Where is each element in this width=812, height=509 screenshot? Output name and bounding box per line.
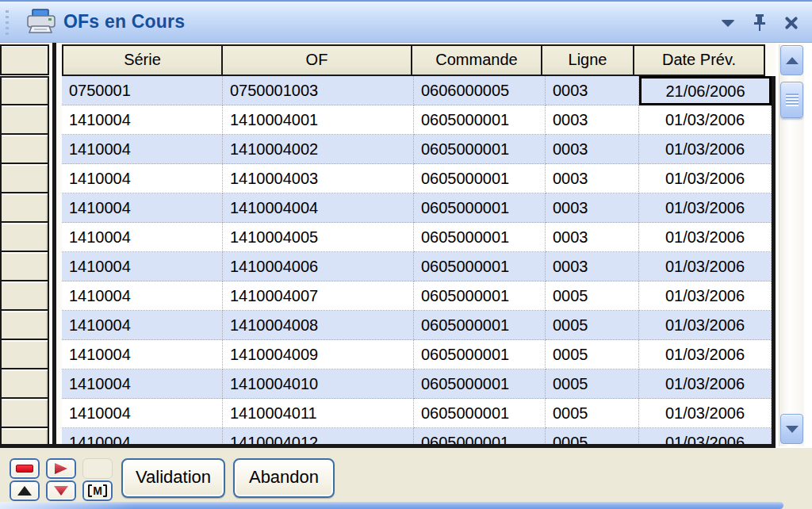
row-header[interactable] <box>0 252 49 281</box>
table-cell[interactable]: 0750001 <box>62 76 223 105</box>
table-cell[interactable]: 1410004 <box>62 252 223 281</box>
table-cell[interactable]: 1410004 <box>62 223 223 252</box>
grid-corner-cell[interactable] <box>0 44 49 75</box>
table-cell[interactable]: 0005 <box>546 340 639 369</box>
table-row[interactable]: 141000414100040060605000001000301/03/200… <box>62 252 772 281</box>
table-row[interactable]: 141000414100040080605000001000501/03/200… <box>62 311 772 340</box>
titlebar[interactable]: OFs en Cours <box>0 0 812 43</box>
table-cell[interactable]: 0003 <box>546 223 639 252</box>
row-header[interactable] <box>0 76 49 105</box>
move-up-button[interactable] <box>10 480 40 501</box>
selected-cell[interactable]: 21/06/2006 <box>639 76 772 105</box>
table-cell[interactable]: 01/03/2006 <box>639 428 772 444</box>
table-cell[interactable]: 0605000001 <box>414 164 546 193</box>
table-cell[interactable]: 0605000001 <box>414 369 546 399</box>
table-cell[interactable]: 0605000001 <box>414 311 546 340</box>
table-cell[interactable]: 1410004001 <box>223 105 414 135</box>
table-row[interactable]: 141000414100040110605000001000501/03/200… <box>62 399 772 428</box>
table-cell[interactable]: 1410004003 <box>223 164 414 193</box>
row-header[interactable] <box>0 193 49 223</box>
table-cell[interactable]: 0605000001 <box>414 340 546 369</box>
abandon-button[interactable]: Abandon <box>233 458 335 498</box>
table-cell[interactable]: 01/03/2006 <box>639 135 772 164</box>
table-cell[interactable]: 0003 <box>546 252 639 281</box>
table-cell[interactable]: 1410004 <box>62 193 223 223</box>
table-cell[interactable]: 01/03/2006 <box>639 311 772 340</box>
table-cell[interactable]: 1410004006 <box>223 252 414 281</box>
table-cell[interactable]: 0005 <box>546 399 639 428</box>
table-cell[interactable]: 0005 <box>546 369 639 399</box>
table-cell[interactable]: 1410004008 <box>223 311 414 340</box>
table-cell[interactable]: 0003 <box>546 135 639 164</box>
table-cell[interactable]: 1410004005 <box>223 223 414 252</box>
table-cell[interactable]: 0003 <box>546 76 639 105</box>
table-cell[interactable]: 0605000001 <box>414 105 546 135</box>
table-cell[interactable]: 1410004004 <box>223 193 414 223</box>
table-cell[interactable]: 01/03/2006 <box>639 105 772 135</box>
table-cell[interactable]: 1410004 <box>62 135 223 164</box>
table-row[interactable]: 141000414100040020605000001000301/03/200… <box>62 135 772 164</box>
table-cell[interactable]: 1410004 <box>62 340 223 369</box>
table-cell[interactable]: 01/03/2006 <box>639 399 772 428</box>
table-cell[interactable]: 1410004 <box>62 311 223 340</box>
move-down-button[interactable] <box>46 480 76 501</box>
scrollbar-thumb[interactable] <box>780 82 803 118</box>
table-cell[interactable]: 0003 <box>546 193 639 223</box>
table-cell[interactable]: 0606000005 <box>414 76 546 105</box>
chevron-down-icon[interactable] <box>717 13 739 33</box>
table-cell[interactable]: 0750001003 <box>223 76 414 105</box>
table-cell[interactable]: 0605000001 <box>414 428 546 444</box>
table-cell[interactable]: 1410004 <box>62 369 223 399</box>
column-header[interactable]: Commande <box>411 44 542 76</box>
table-cell[interactable]: 01/03/2006 <box>639 193 772 223</box>
table-cell[interactable]: 0605000001 <box>414 135 546 164</box>
table-cell[interactable]: 1410004011 <box>223 399 414 428</box>
next-record-button[interactable] <box>46 458 76 479</box>
row-header[interactable] <box>0 164 49 193</box>
row-header[interactable] <box>0 281 49 311</box>
row-header[interactable] <box>0 369 49 399</box>
column-header[interactable]: Date Prév. <box>633 44 765 76</box>
row-header[interactable] <box>0 135 49 164</box>
table-cell[interactable]: 0605000001 <box>414 193 546 223</box>
table-cell[interactable]: 0605000001 <box>414 399 546 428</box>
vertical-scrollbar[interactable] <box>779 44 804 446</box>
table-cell[interactable]: 0005 <box>546 281 639 311</box>
table-cell[interactable]: 0605000001 <box>414 252 546 281</box>
table-row[interactable]: 141000414100040100605000001000501/03/200… <box>62 369 772 399</box>
table-cell[interactable]: 0605000001 <box>414 223 546 252</box>
column-header[interactable]: Série <box>62 44 223 76</box>
table-row[interactable]: 141000414100040120605000001000501/03/200… <box>62 428 772 444</box>
row-header[interactable] <box>0 340 49 369</box>
column-header[interactable]: OF <box>221 44 412 76</box>
table-cell[interactable]: 01/03/2006 <box>639 164 772 193</box>
table-cell[interactable]: 1410004 <box>62 164 223 193</box>
table-cell[interactable]: 1410004009 <box>223 340 414 369</box>
table-cell[interactable]: 0003 <box>546 105 639 135</box>
row-header[interactable] <box>0 399 49 428</box>
scroll-up-button[interactable] <box>780 45 803 75</box>
table-cell[interactable]: 01/03/2006 <box>639 369 772 399</box>
drag-grip[interactable] <box>6 10 9 36</box>
table-cell[interactable]: 1410004 <box>62 105 223 135</box>
pin-icon[interactable] <box>749 13 771 33</box>
validation-button[interactable]: Validation <box>121 458 225 498</box>
red-bar-button[interactable] <box>10 458 40 479</box>
table-cell[interactable]: 1410004010 <box>223 369 414 399</box>
table-row[interactable]: 141000414100040070605000001000501/03/200… <box>62 281 772 311</box>
row-header[interactable] <box>0 428 49 444</box>
table-cell[interactable]: 1410004 <box>62 399 223 428</box>
table-row[interactable]: 141000414100040010605000001000301/03/200… <box>62 105 772 135</box>
table-cell[interactable]: 1410004012 <box>223 428 414 444</box>
row-header[interactable] <box>0 311 49 340</box>
table-row[interactable]: 141000414100040090605000001000501/03/200… <box>62 340 772 369</box>
m-button[interactable]: M <box>82 480 113 501</box>
scroll-down-button[interactable] <box>780 414 803 444</box>
table-row[interactable]: 141000414100040030605000001000301/03/200… <box>62 164 772 193</box>
table-cell[interactable]: 0605000001 <box>414 281 546 311</box>
table-cell[interactable]: 01/03/2006 <box>639 252 772 281</box>
close-icon[interactable] <box>780 13 802 33</box>
table-cell[interactable]: 0003 <box>546 164 639 193</box>
table-cell[interactable]: 1410004007 <box>223 281 414 311</box>
table-cell[interactable]: 1410004 <box>62 281 223 311</box>
